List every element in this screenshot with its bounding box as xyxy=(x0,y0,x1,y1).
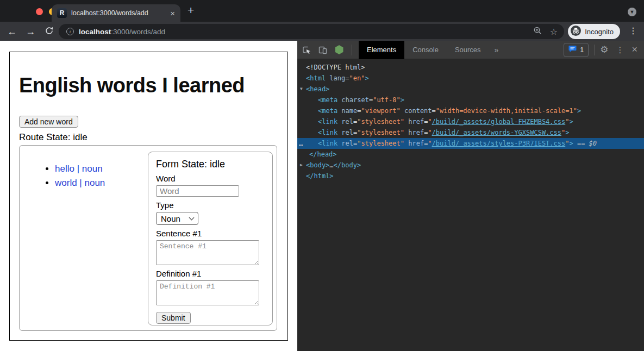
tab-title: localhost:3000/words/add xyxy=(71,9,166,17)
definition-textarea[interactable] xyxy=(156,280,259,305)
site-info-icon[interactable]: i xyxy=(66,28,74,35)
devtools-toolbar: Elements Console Sources » 1 ⚙ ⋮ × xyxy=(297,41,644,59)
sentence-textarea[interactable] xyxy=(156,240,259,265)
devtools-code-line[interactable]: </head> xyxy=(297,149,644,160)
devtools-menu-icon[interactable]: ⋮ xyxy=(616,45,624,55)
devtools-panel: Elements Console Sources » 1 ⚙ ⋮ × <!DOC… xyxy=(297,41,644,351)
line-options-icon[interactable]: … xyxy=(299,138,303,149)
browser-toolbar: ← → i localhost:3000/words/add ☆ Incogni… xyxy=(0,22,644,41)
tab-close-icon[interactable]: × xyxy=(170,9,175,18)
url-path: :3000/words/add xyxy=(111,28,165,36)
tab-search-chevron-icon[interactable]: ▼ xyxy=(628,8,636,16)
type-select[interactable]: Noun xyxy=(156,212,198,225)
type-label: Type xyxy=(156,200,265,210)
browser-tab[interactable]: R localhost:3000/words/add × xyxy=(52,4,180,22)
tab-console[interactable]: Console xyxy=(404,41,447,59)
expand-arrow-icon[interactable]: ▼ xyxy=(300,84,306,95)
new-tab-button[interactable]: + xyxy=(187,4,194,17)
tab-strip: R localhost:3000/words/add × + ▼ xyxy=(0,0,644,22)
issues-counter[interactable]: 1 xyxy=(564,43,589,57)
settings-gear-icon[interactable]: ⚙ xyxy=(600,45,608,54)
incognito-badge: Incognito xyxy=(568,24,620,39)
add-new-word-button[interactable]: Add new word xyxy=(19,116,78,128)
issues-bubble-icon xyxy=(568,45,577,55)
reload-icon[interactable] xyxy=(42,26,55,37)
submit-button[interactable]: Submit xyxy=(156,312,191,324)
form-state-text: Form State: idle xyxy=(156,159,265,170)
address-bar[interactable]: i localhost:3000/words/add ☆ xyxy=(59,24,564,39)
devtools-code-line[interactable]: …<link rel="stylesheet" href="/build/_as… xyxy=(297,138,644,149)
devtools-code-line[interactable]: </html> xyxy=(297,171,644,181)
chevron-down-icon xyxy=(189,215,195,220)
devtools-code-line[interactable]: <!DOCTYPE html> xyxy=(297,62,644,73)
page-viewport: English words I learned Add new word Rou… xyxy=(0,41,297,351)
issues-count: 1 xyxy=(580,46,584,54)
remix-favicon-icon: R xyxy=(57,8,67,18)
devtools-code-line[interactable]: <html lang="en"> xyxy=(297,73,644,84)
word-link[interactable]: world | noun xyxy=(55,178,105,188)
bookmark-star-icon[interactable]: ☆ xyxy=(550,27,558,37)
forward-icon[interactable]: → xyxy=(24,27,37,36)
word-input[interactable] xyxy=(156,185,239,197)
more-tabs-icon[interactable]: » xyxy=(489,46,504,54)
word-link[interactable]: hello | noun xyxy=(55,164,103,174)
route-state-text: Route State: idle xyxy=(19,132,278,143)
word-label: Word xyxy=(156,174,265,183)
definition-textarea-wrap xyxy=(156,280,259,305)
definition-label: Definition #1 xyxy=(156,269,265,278)
zoom-icon[interactable] xyxy=(533,26,542,37)
incognito-label: Incognito xyxy=(585,28,614,36)
devtools-code-line[interactable]: ▶<body>…</body> xyxy=(297,160,644,171)
macos-close-button[interactable] xyxy=(36,8,43,15)
devtools-code-line[interactable]: <link rel="stylesheet" href="/build/_ass… xyxy=(297,127,644,138)
devtools-code: <!DOCTYPE html><html lang="en">▼<head><m… xyxy=(297,59,644,181)
sentence-textarea-wrap xyxy=(156,240,259,265)
add-word-form: Form State: idle Word Type Noun Sentence… xyxy=(148,152,273,325)
sentence-label: Sentence #1 xyxy=(156,229,265,238)
devtools-close-icon[interactable]: × xyxy=(632,44,637,55)
devtools-code-line[interactable]: <meta charset="utf-8"> xyxy=(297,95,644,105)
url-text: localhost:3000/words/add xyxy=(79,28,165,36)
tab-sources[interactable]: Sources xyxy=(447,41,489,59)
tab-elements[interactable]: Elements xyxy=(359,41,404,59)
nodejs-extension-icon[interactable] xyxy=(334,45,344,55)
app-container: English words I learned Add new word Rou… xyxy=(9,52,288,341)
devtools-code-line[interactable]: <meta name="viewport" content="width=dev… xyxy=(297,105,644,116)
url-host: localhost xyxy=(79,28,111,36)
expand-arrow-icon[interactable]: ▶ xyxy=(300,160,306,171)
device-toolbar-icon[interactable] xyxy=(318,45,328,55)
browser-menu-icon[interactable]: ⋮ xyxy=(629,26,637,36)
toolbar-divider xyxy=(352,45,352,55)
type-select-value: Noun xyxy=(161,214,180,223)
back-icon[interactable]: ← xyxy=(5,27,18,36)
toolbar-divider xyxy=(594,45,595,55)
inspect-element-icon[interactable] xyxy=(302,45,311,55)
browser-window: R localhost:3000/words/add × + ▼ ← → i l… xyxy=(0,0,644,351)
incognito-icon xyxy=(571,26,581,38)
devtools-code-line[interactable]: ▼<head> xyxy=(297,84,644,95)
words-panel: hello | nounworld | noun Form State: idl… xyxy=(19,145,277,331)
devtools-code-line[interactable]: <link rel="stylesheet" href="/build/_ass… xyxy=(297,116,644,127)
page-title: English words I learned xyxy=(19,75,278,96)
